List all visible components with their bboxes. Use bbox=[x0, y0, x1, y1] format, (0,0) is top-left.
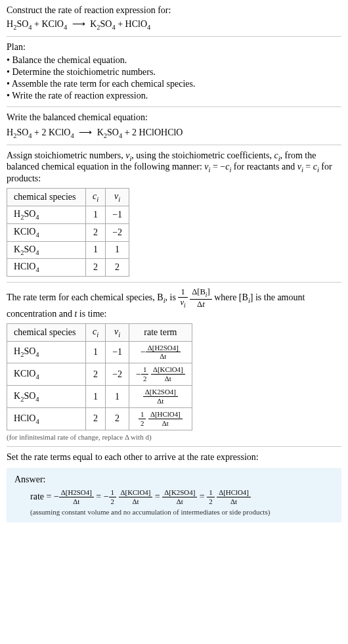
plan-item: • Balance the chemical equation. bbox=[7, 55, 341, 66]
section-divider bbox=[7, 446, 341, 447]
stoich-table: chemical species ci νi H2SO4 1 −1 KClO4 … bbox=[7, 188, 129, 277]
species-hclo4: HClO4 bbox=[125, 19, 151, 29]
section-divider bbox=[7, 36, 341, 37]
rate-table: chemical species ci νi rate term H2SO4 1… bbox=[7, 323, 192, 430]
species-kclo4: KClO4 bbox=[49, 127, 74, 137]
species-h2so4: H2SO4 bbox=[7, 127, 32, 137]
section-divider bbox=[7, 145, 341, 145]
table-header-row: chemical species ci νi rate term bbox=[7, 323, 192, 341]
table-header-row: chemical species ci νi bbox=[7, 189, 129, 206]
table-row: HClO4 2 2 bbox=[7, 259, 129, 277]
section-divider bbox=[7, 106, 341, 107]
plan-title: Plan: bbox=[7, 42, 341, 53]
col-species: chemical species bbox=[7, 189, 86, 206]
col-ci: ci bbox=[86, 189, 106, 206]
col-rate-term: rate term bbox=[129, 323, 192, 341]
answer-note: (assuming constant volume and no accumul… bbox=[30, 508, 334, 516]
balanced-section: Write the balanced chemical equation: H2… bbox=[7, 112, 341, 139]
balanced-equation: H2SO4 + 2 KClO4 ⟶ K2SO4 + 2 HClOHClO bbox=[7, 127, 341, 139]
fraction: Δ[Bi]Δt bbox=[190, 288, 212, 309]
table-row: KClO4 2 −2 bbox=[7, 223, 129, 241]
prompt-text: Construct the rate of reaction expressio… bbox=[7, 5, 341, 16]
rate-note: (for infinitesimal rate of change, repla… bbox=[7, 433, 341, 441]
fraction: 1νi bbox=[178, 288, 187, 309]
table-row: KClO4 2 −2 −12 Δ[KClO4]Δt bbox=[7, 363, 192, 386]
balanced-label: Write the balanced chemical equation: bbox=[7, 112, 341, 123]
col-vi: νi bbox=[106, 323, 129, 341]
plus-coef: + 2 bbox=[32, 127, 49, 137]
species-k2so4: K2SO4 bbox=[97, 127, 123, 137]
rate-expression: rate = −Δ[H2SO4]Δt = −12 Δ[KClO4]Δt = Δ[… bbox=[30, 489, 334, 505]
table-row: H2SO4 1 −1 bbox=[7, 206, 129, 223]
plan-section: Plan: • Balance the chemical equation. •… bbox=[7, 42, 341, 101]
col-ci: ci bbox=[86, 323, 106, 341]
answer-label: Answer: bbox=[14, 474, 334, 485]
unbalanced-equation: H2SO4 + KClO4 ⟶ K2SO4 + HClO4 bbox=[7, 18, 341, 31]
header-section: Construct the rate of reaction expressio… bbox=[7, 5, 341, 31]
plan-item: • Determine the stoichiometric numbers. bbox=[7, 67, 341, 78]
table-row: K2SO4 1 1 bbox=[7, 241, 129, 259]
plus-sign: + bbox=[32, 19, 42, 29]
col-vi: νi bbox=[106, 189, 129, 206]
table-row: K2SO4 1 1 Δ[K2SO4]Δt bbox=[7, 386, 192, 408]
species-k2so4: K2SO4 bbox=[90, 19, 116, 29]
plus-sign: + bbox=[116, 19, 125, 29]
plan-item: • Assemble the rate term for each chemic… bbox=[7, 79, 341, 89]
table-row: HClO4 2 2 12 Δ[HClO4]Δt bbox=[7, 408, 192, 430]
table-row: H2SO4 1 −1 −Δ[H2SO4]Δt bbox=[7, 341, 192, 363]
stoich-intro: Assign stoichiometric numbers, νi, using… bbox=[7, 150, 341, 277]
rate-intro: The rate term for each chemical species,… bbox=[7, 288, 341, 441]
species-h2so4: H2SO4 bbox=[7, 19, 32, 29]
plus-coef: + 2 bbox=[122, 127, 139, 137]
final-label: Set the rate terms equal to each other t… bbox=[7, 452, 341, 463]
reaction-arrow-icon: ⟶ bbox=[70, 18, 88, 30]
answer-box: Answer: rate = −Δ[H2SO4]Δt = −12 Δ[KClO4… bbox=[7, 468, 341, 522]
section-divider bbox=[7, 282, 341, 283]
col-species: chemical species bbox=[7, 323, 86, 341]
plan-item: • Write the rate of reaction expression. bbox=[7, 91, 341, 101]
reaction-arrow-icon: ⟶ bbox=[76, 127, 95, 138]
species-hclo4: HClOHClO bbox=[139, 127, 183, 137]
species-kclo4: KClO4 bbox=[41, 19, 67, 29]
